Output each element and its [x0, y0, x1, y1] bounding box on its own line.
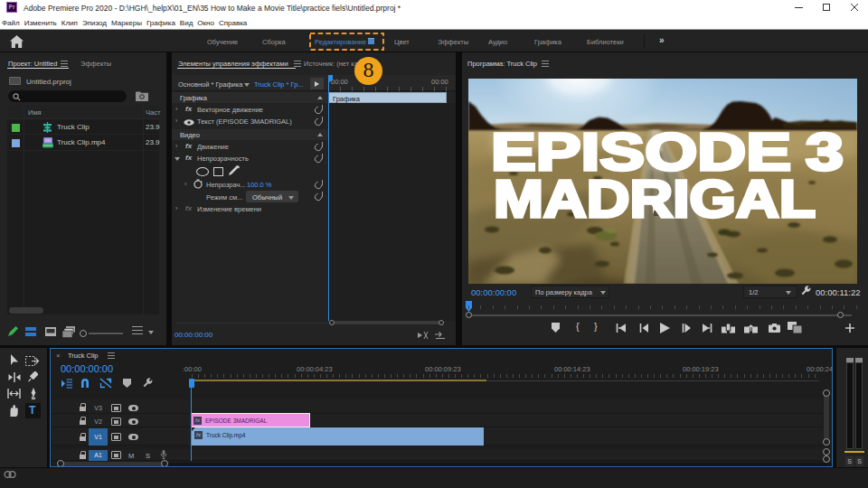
svg-text:MADRIGAL: MADRIGAL [494, 169, 816, 228]
